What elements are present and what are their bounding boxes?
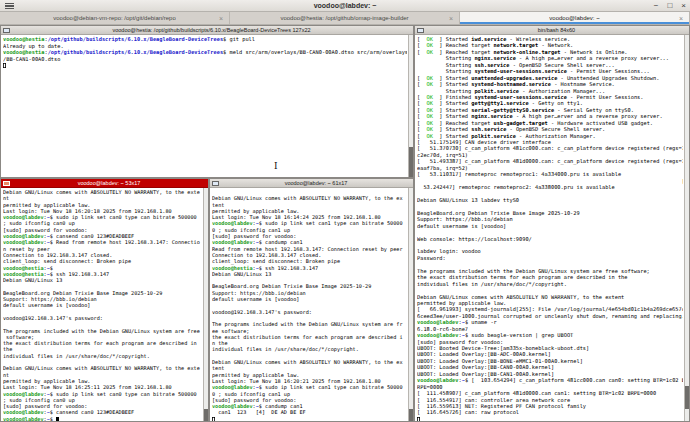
terminal-icon	[417, 28, 424, 33]
tab-close-icon[interactable]: ×	[449, 15, 453, 22]
window-titlebar: voodoo@labdev: ~ − □ ×	[0, 0, 690, 12]
terminal-content: Debian GNU/Linux comes with ABSOLUTELY N…	[1, 188, 208, 421]
terminal-line	[3, 62, 407, 69]
terminal-titlebar[interactable]: bin/bash 84x60	[415, 26, 689, 35]
terminal-line: the exact distribution terms for each pr…	[3, 340, 202, 346]
terminal-titlebar[interactable]: voodoo@labdev: ~ 61x17	[210, 179, 413, 188]
scrollbar-thumb[interactable]	[685, 386, 689, 409]
scrollbar-thumb[interactable]	[409, 409, 413, 421]
window-controls: − □ ×	[654, 0, 686, 12]
terminal-icon	[212, 181, 219, 186]
desktop-screen: voodoo@labdev: ~ − □ × voodoo@debian-vm-…	[0, 0, 690, 422]
minimize-button[interactable]: −	[654, 0, 659, 12]
scrollbar[interactable]	[684, 35, 689, 421]
terminal-line: Debian GNU/Linux comes with ABSOLUTELY N…	[212, 195, 407, 201]
tab-close-icon[interactable]: ×	[219, 15, 223, 22]
terminal-content: Debian GNU/Linux comes with ABSOLUTELY N…	[210, 188, 413, 421]
terminal-line: voodoo@labdev:~$	[3, 416, 202, 421]
terminal-icon	[3, 181, 10, 186]
tab-hestia-omap-image-builder[interactable]: voodoo@hestia: /opt/github/omap-image-bu…	[230, 12, 460, 24]
scrollbar[interactable]	[408, 188, 413, 421]
terminal-line	[417, 416, 683, 421]
tab-debian-vm-repo[interactable]: voodoo@debian-vm-repo: /opt/git/debian/r…	[0, 12, 230, 24]
terminal-titlebar[interactable]: voodoo@hestia: /opt/github/buildscripts/…	[1, 26, 413, 35]
scrollbar[interactable]	[203, 188, 208, 421]
terminal-line: the exact distribution terms for each pr…	[212, 334, 407, 340]
terminal-line	[212, 416, 407, 421]
window-title: voodoo@labdev: ~	[0, 2, 690, 9]
terminal-line: Debian GNU/Linux comes with ABSOLUTELY N…	[212, 359, 407, 365]
terminal-title: voodoo@labdev: ~ 53x17	[10, 180, 208, 186]
terminal-title: voodoo@labdev: ~ 61x17	[219, 180, 413, 186]
close-button[interactable]: ×	[681, 0, 686, 12]
menu-icon[interactable]	[5, 3, 14, 9]
terminal-window-labdev-can0[interactable]: voodoo@labdev: ~ 53x17 Debian GNU/Linux …	[0, 178, 209, 422]
terminal-window-hestia-devicetrees[interactable]: voodoo@hestia: /opt/github/buildscripts/…	[0, 25, 414, 178]
terminal-line: Debian GNU/Linux comes with ABSOLUTELY N…	[3, 189, 202, 195]
tab-labdev[interactable]: voodoo@labdev: ~ ×	[460, 12, 690, 24]
terminal-window-serial-console[interactable]: bin/bash 84x60 [ OK ] Started iwd.servic…	[414, 25, 690, 422]
terminal-content: voodoo@hestia:/opt/github/buildscripts/6…	[1, 35, 413, 177]
maximize-button[interactable]: □	[667, 0, 672, 12]
terminal-title: voodoo@hestia: /opt/github/buildscripts/…	[10, 27, 413, 33]
terminal-icon	[3, 28, 10, 33]
terminal-title: bin/bash 84x60	[424, 27, 689, 33]
terminal-line: Debian GNU/Linux comes with ABSOLUTELY N…	[3, 365, 202, 371]
terminal-titlebar[interactable]: voodoo@labdev: ~ 53x17	[1, 179, 208, 188]
scrollbar-thumb[interactable]	[204, 409, 208, 421]
terminal-line: voodoo@labdev:~$ [ 103.654294] c_can_pla…	[417, 377, 683, 383]
tab-close-icon[interactable]: ×	[679, 15, 683, 22]
terminal-content: [ OK ] Started iwd.service - Wireless se…	[415, 35, 689, 421]
scrollbar-thumb[interactable]	[409, 147, 413, 177]
desktop: voodoo@hestia: /opt/github/buildscripts/…	[0, 25, 690, 422]
terminal-line: voodoo@hestia:/opt/github/buildscripts/6…	[3, 49, 407, 56]
terminal-window-labdev-can1[interactable]: voodoo@labdev: ~ 61x17 Debian GNU/Linux …	[209, 178, 414, 422]
tab-bar: voodoo@debian-vm-repo: /opt/git/debian/r…	[0, 12, 690, 25]
scrollbar[interactable]	[408, 35, 413, 177]
